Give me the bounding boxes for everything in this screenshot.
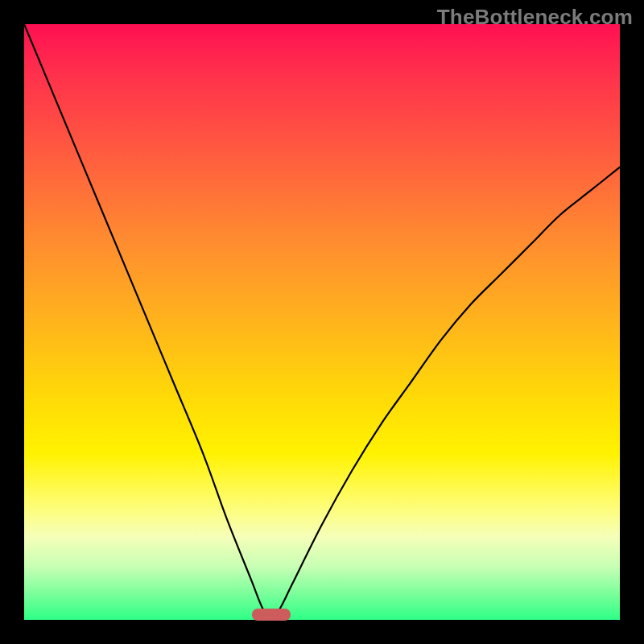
bottleneck-curve [24, 24, 620, 620]
chart-frame: TheBottleneck.com [0, 0, 644, 644]
plot-area [24, 24, 620, 620]
optimal-marker [252, 609, 291, 621]
